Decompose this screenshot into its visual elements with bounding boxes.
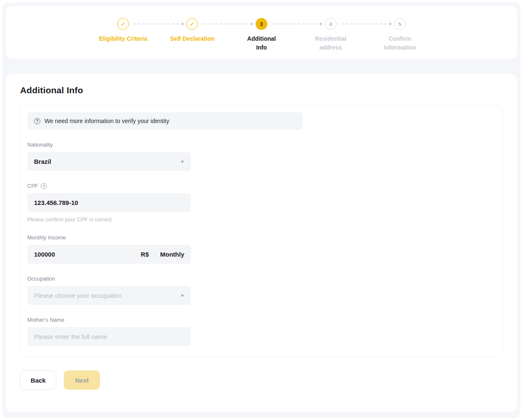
additional-info-card: Additional Info ? We need more informati… bbox=[6, 74, 517, 412]
cpf-field-box bbox=[27, 193, 191, 212]
connector-arrow-icon bbox=[182, 22, 184, 26]
step-connector bbox=[341, 24, 391, 24]
connector-arrow-icon bbox=[320, 22, 323, 26]
step-check-icon: ✓ bbox=[117, 18, 129, 30]
step-connector bbox=[272, 24, 322, 24]
step-label: Confirm information bbox=[384, 34, 416, 52]
period-label: Monthly bbox=[160, 251, 185, 258]
stepper-card: ✓ Eligibility Criteria ✓ Self Declaratio… bbox=[6, 6, 517, 59]
occupation-select[interactable]: Please choose your occupation ▼ bbox=[27, 286, 191, 305]
back-button[interactable]: Back bbox=[20, 370, 56, 390]
step-label: Additional Info bbox=[247, 34, 276, 52]
currency-label: R$ bbox=[141, 251, 149, 258]
step-connector bbox=[133, 24, 183, 24]
form-actions: Back Next bbox=[20, 370, 503, 390]
mothers-name-field-box bbox=[27, 327, 191, 346]
page-title: Additional Info bbox=[20, 85, 503, 95]
suffix-divider bbox=[154, 250, 155, 259]
monthly-income-field-box: R$ Monthly bbox=[27, 245, 191, 264]
occupation-label: Occupation bbox=[27, 276, 496, 282]
mothers-name-input[interactable] bbox=[34, 333, 184, 340]
monthly-income-label: Monthly Income bbox=[27, 234, 496, 241]
occupation-placeholder: Please choose your occupation bbox=[34, 292, 121, 299]
banner-text: We need more information to verify your … bbox=[44, 118, 169, 124]
stepper: ✓ Eligibility Criteria ✓ Self Declaratio… bbox=[89, 6, 434, 52]
next-button[interactable]: Next bbox=[64, 370, 100, 390]
cpf-help-icon[interactable]: ? bbox=[41, 183, 47, 189]
mothers-name-label: Mother’s Name bbox=[27, 317, 496, 323]
cpf-label: CPF ? bbox=[27, 183, 496, 189]
nationality-select[interactable]: Brazil ▼ bbox=[27, 152, 191, 171]
nationality-label: Nationality bbox=[27, 142, 496, 148]
page-background: ✓ Eligibility Criteria ✓ Self Declaratio… bbox=[3, 3, 520, 418]
step-number: 5 bbox=[394, 18, 406, 30]
connector-arrow-icon bbox=[390, 22, 392, 26]
connector-arrow-icon bbox=[251, 22, 254, 26]
identity-info-banner: ? We need more information to verify you… bbox=[27, 112, 303, 130]
step-connector bbox=[203, 24, 252, 24]
question-circle-icon: ? bbox=[34, 118, 40, 124]
cpf-input[interactable] bbox=[34, 199, 184, 206]
step-label: Residential address bbox=[315, 34, 346, 52]
step-confirm-information: 5 Confirm information bbox=[365, 18, 434, 52]
income-suffix: R$ Monthly bbox=[141, 250, 184, 259]
nationality-value: Brazil bbox=[34, 158, 51, 165]
chevron-down-icon: ▼ bbox=[180, 160, 185, 164]
form-panel: ? We need more information to verify you… bbox=[20, 105, 503, 357]
step-check-icon: ✓ bbox=[186, 18, 198, 30]
step-label: Eligibility Criteria bbox=[99, 34, 147, 43]
step-number: 4 bbox=[325, 18, 337, 30]
step-label: Self Declaration bbox=[170, 34, 214, 43]
monthly-income-input[interactable] bbox=[34, 251, 141, 258]
step-number: 3 bbox=[256, 18, 267, 30]
chevron-down-icon: ▼ bbox=[180, 294, 185, 298]
cpf-helper-text: Please confirm your CPF is correct. bbox=[27, 216, 496, 223]
